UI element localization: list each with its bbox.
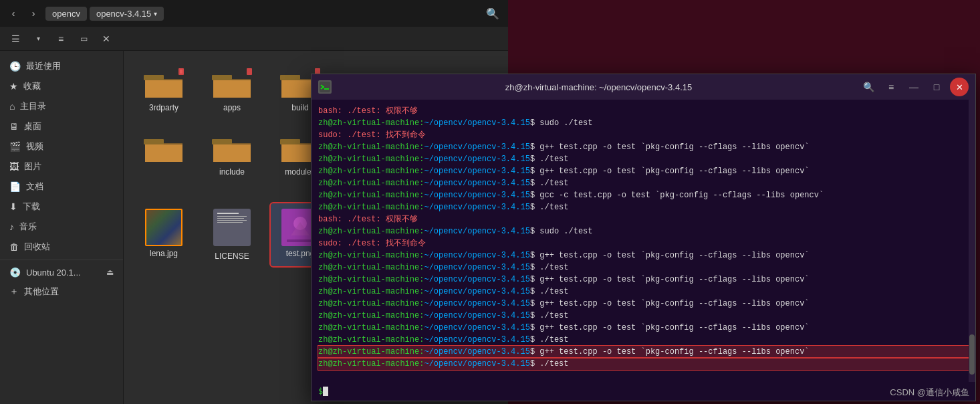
term-cmd: $ ./test xyxy=(530,310,569,322)
sidebar-item-ubuntu[interactable]: 💿 Ubuntu 20.1... ⏏ xyxy=(0,263,123,282)
term-line: zh@zh-virtual-machine:~/opencv/opencv-3.… xyxy=(318,141,969,153)
term-path: ~/opencv/opencv-3.4.15 xyxy=(424,189,529,201)
term-path: ~/opencv/opencv-3.4.15 xyxy=(424,358,529,370)
breadcrumb-opencv[interactable]: opencv xyxy=(45,7,87,21)
term-line: zh@zh-virtual-machine:~/opencv/opencv-3.… xyxy=(318,165,969,177)
terminal-maximize-button[interactable]: □ xyxy=(927,78,946,96)
svg-rect-20 xyxy=(217,213,239,214)
term-line: zh@zh-virtual-machine:~/opencv/opencv-3.… xyxy=(318,298,969,310)
svg-rect-27 xyxy=(287,239,314,242)
svg-rect-4 xyxy=(247,68,252,75)
sidebar-item-music[interactable]: ♪ 音乐 xyxy=(0,217,123,237)
terminal-titlebar: zh@zh-virtual-machine: ~/opencv/opencv-3… xyxy=(312,74,975,100)
sidebar-item-videos[interactable]: 🎬 视频 xyxy=(0,136,123,157)
term-prompt: zh@zh-virtual-machine: xyxy=(318,153,424,165)
breadcrumb-opencv-version[interactable]: opencv-3.4.15 ▾ xyxy=(90,7,164,21)
sidebar-item-home[interactable]: ⌂ 主目录 xyxy=(0,96,123,116)
sidebar-item-other[interactable]: ＋ 其他位置 xyxy=(0,282,123,302)
term-prompt: zh@zh-virtual-machine: xyxy=(318,346,424,358)
item-label: build xyxy=(291,103,308,112)
term-line: zh@zh-virtual-machine:~/opencv/opencv-3.… xyxy=(318,201,969,213)
term-path: ~/opencv/opencv-3.4.15 xyxy=(424,177,529,189)
term-line: zh@zh-virtual-machine:~/opencv/opencv-3.… xyxy=(318,249,969,262)
sidebar-item-desktop[interactable]: 🖥 桌面 xyxy=(0,116,123,136)
sidebar-item-trash[interactable]: 🗑 回收站 xyxy=(0,237,123,257)
term-path: ~/opencv/opencv-3.4.15 xyxy=(424,286,529,298)
sidebar-item-favorites[interactable]: ★ 收藏 xyxy=(0,76,123,96)
list-item[interactable]: lena.jpg xyxy=(134,203,193,266)
sidebar-item-documents[interactable]: 📄 文档 xyxy=(0,177,123,197)
term-path: ~/opencv/opencv-3.4.15 xyxy=(424,165,529,177)
term-prompt: zh@zh-virtual-machine: xyxy=(318,322,424,334)
clock-icon: 🕒 xyxy=(9,61,21,72)
list-item[interactable]: 3rdparty xyxy=(134,62,193,118)
term-path: ~/opencv/opencv-3.4.15 xyxy=(424,322,529,334)
forward-button[interactable]: › xyxy=(25,5,41,21)
term-cmd: $ g++ test.cpp -o test `pkg-config --cfl… xyxy=(530,346,810,358)
term-line: sudo: ./test: 找不到命令 xyxy=(318,129,969,141)
sidebar-desktop-label: 桌面 xyxy=(24,120,41,132)
list-item[interactable]: LICENSE xyxy=(203,203,261,266)
item-label: LICENSE xyxy=(215,251,249,261)
search-button[interactable]: 🔍 xyxy=(483,3,503,23)
term-prompt: zh@zh-virtual-machine: xyxy=(318,117,424,129)
terminal-scrollbar[interactable] xyxy=(969,100,975,382)
fm-titlebar: ‹ › opencv opencv-3.4.15 ▾ 🔍 xyxy=(0,0,508,27)
music-icon: ♪ xyxy=(9,221,14,232)
close-button[interactable]: ✕ xyxy=(96,29,116,48)
term-line: zh@zh-virtual-machine:~/opencv/opencv-3.… xyxy=(318,117,969,129)
term-error-text: sudo: ./test: 找不到命令 xyxy=(318,237,426,249)
list-view-button[interactable]: ☰ xyxy=(5,29,25,48)
terminal-cursor xyxy=(323,387,328,396)
image-icon xyxy=(145,209,182,246)
term-prompt: zh@zh-virtual-machine: xyxy=(318,177,424,189)
breadcrumb-version-label: opencv-3.4.15 xyxy=(96,9,151,19)
list-item[interactable]: apps xyxy=(203,62,261,118)
term-line: zh@zh-virtual-machine:~/opencv/opencv-3.… xyxy=(318,262,969,274)
fm-toolbar: ☰ ▾ ≡ ▭ ✕ xyxy=(0,27,508,51)
svg-rect-9 xyxy=(144,139,164,144)
term-cmd: $ g++ test.cpp -o test `pkg-config --cfl… xyxy=(530,165,810,177)
term-path: ~/opencv/opencv-3.4.15 xyxy=(424,141,529,153)
term-line: zh@zh-virtual-machine:~/opencv/opencv-3.… xyxy=(318,177,969,189)
list-item[interactable]: include xyxy=(203,126,261,195)
term-line: zh@zh-virtual-machine:~/opencv/opencv-3.… xyxy=(318,322,969,334)
terminal-minimize-button[interactable]: — xyxy=(904,78,923,96)
term-line: zh@zh-virtual-machine:~/opencv/opencv-3.… xyxy=(318,225,969,237)
term-path: ~/opencv/opencv-3.4.15 xyxy=(424,117,529,129)
term-cmd: $ g++ test.cpp -o test `pkg-config --cfl… xyxy=(530,249,810,262)
window-button[interactable]: ▭ xyxy=(74,29,94,48)
sidebar-recent-label: 最近使用 xyxy=(26,60,61,72)
trash-icon: 🗑 xyxy=(9,241,19,252)
term-path: ~/opencv/opencv-3.4.15 xyxy=(424,298,529,310)
terminal-menu-button[interactable]: ≡ xyxy=(882,78,900,96)
terminal-close-button[interactable]: ✕ xyxy=(950,78,969,96)
term-line: bash: ./test: 权限不够 xyxy=(318,213,969,225)
sidebar-item-downloads[interactable]: ⬇ 下载 xyxy=(0,197,123,217)
svg-rect-10 xyxy=(212,139,232,144)
terminal-search-button[interactable]: 🔍 xyxy=(859,78,878,96)
term-prompt: zh@zh-virtual-machine: xyxy=(318,298,424,310)
desktop-icon: 🖥 xyxy=(9,121,19,132)
term-cmd: $ sudo ./test xyxy=(530,117,593,129)
menu-button[interactable]: ≡ xyxy=(51,29,71,48)
sidebar-home-label: 主目录 xyxy=(20,100,46,112)
download-icon: ⬇ xyxy=(9,201,17,212)
svg-rect-5 xyxy=(280,75,300,80)
view-chevron-button[interactable]: ▾ xyxy=(28,29,48,48)
item-label: 3rdparty xyxy=(149,103,178,112)
terminal-body[interactable]: bash: ./test: 权限不够 zh@zh-virtual-machine… xyxy=(312,100,975,382)
back-button[interactable]: ‹ xyxy=(5,5,21,21)
list-item[interactable] xyxy=(134,126,193,195)
term-path: ~/opencv/opencv-3.4.15 xyxy=(424,153,529,165)
sidebar-item-pictures[interactable]: 🖼 图片 xyxy=(0,157,123,177)
term-prompt: zh@zh-virtual-machine: xyxy=(318,286,424,298)
folder-icon xyxy=(144,131,184,165)
svg-rect-2 xyxy=(180,70,182,74)
term-path: ~/opencv/opencv-3.4.15 xyxy=(424,274,529,286)
scrollbar-thumb[interactable] xyxy=(969,334,975,375)
terminal-window: zh@zh-virtual-machine: ~/opencv/opencv-3… xyxy=(311,74,976,401)
sidebar-ubuntu-label: Ubuntu 20.1... xyxy=(26,268,81,278)
document-icon: 📄 xyxy=(9,181,21,192)
sidebar-item-recent[interactable]: 🕒 最近使用 xyxy=(0,56,123,76)
